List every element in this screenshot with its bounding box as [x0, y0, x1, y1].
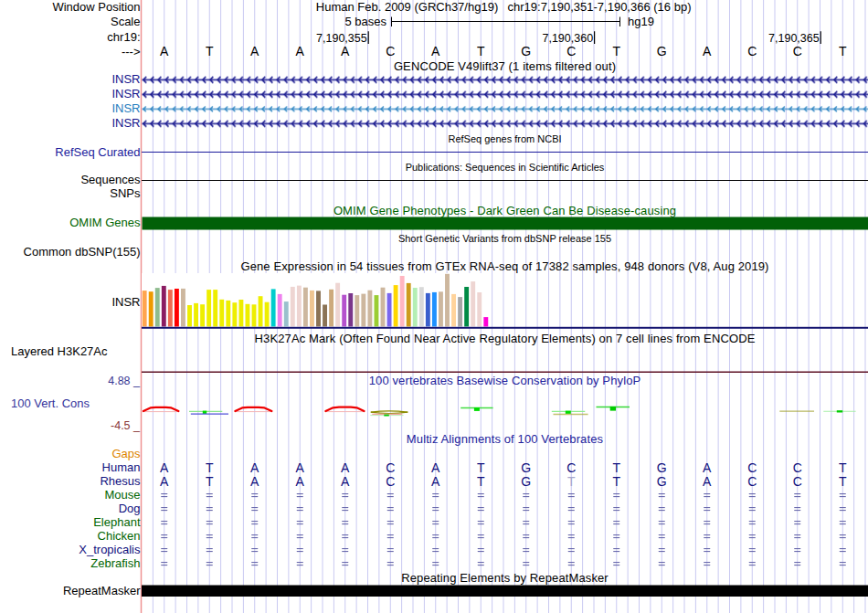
svg-text:GENCODE V49lift37 (1 items fil: GENCODE V49lift37 (1 items filtered out) — [394, 59, 616, 73]
svg-text:INSR: INSR — [111, 295, 140, 309]
svg-text:C: C — [386, 460, 395, 475]
svg-text:chr19:7,190,351-7,190,366 (16: chr19:7,190,351-7,190,366 (16 bp) — [508, 0, 692, 14]
svg-text:C: C — [386, 44, 395, 58]
svg-text:T: T — [612, 474, 620, 489]
svg-text:A: A — [431, 460, 440, 475]
svg-text:T: T — [206, 474, 214, 489]
svg-text:INSR: INSR — [111, 116, 140, 130]
svg-text:A: A — [250, 44, 259, 58]
svg-text:A: A — [296, 474, 305, 489]
svg-text:Rhesus: Rhesus — [100, 474, 141, 488]
svg-text:C: C — [386, 474, 395, 489]
svg-text:5 bases: 5 bases — [344, 15, 386, 28]
svg-text:chr19:: chr19: — [107, 30, 140, 44]
svg-text:C: C — [793, 44, 802, 58]
svg-text:C: C — [793, 460, 802, 475]
svg-text:4.88 _: 4.88 _ — [108, 375, 141, 387]
svg-text:C: C — [566, 44, 576, 58]
svg-text:A: A — [703, 474, 712, 489]
svg-text:A: A — [160, 460, 169, 475]
svg-text:T: T — [206, 44, 214, 58]
svg-text:G: G — [657, 474, 667, 489]
svg-text:T: T — [612, 44, 620, 58]
svg-text:G: G — [657, 44, 667, 58]
svg-text:INSR: INSR — [111, 72, 140, 86]
svg-text:RefSeq genes from NCBI: RefSeq genes from NCBI — [448, 133, 561, 144]
svg-text:X_tropicalis: X_tropicalis — [79, 543, 141, 556]
svg-text:A: A — [250, 460, 259, 475]
svg-text:C: C — [747, 44, 757, 58]
svg-text:100 Vert. Cons: 100 Vert. Cons — [11, 396, 90, 410]
svg-text:Sequences: Sequences — [80, 173, 141, 186]
svg-text:A: A — [431, 474, 440, 489]
svg-text:C: C — [566, 460, 576, 475]
svg-text:A: A — [341, 474, 350, 489]
svg-text:Chicken: Chicken — [98, 529, 141, 543]
svg-text:INSR: INSR — [111, 87, 140, 100]
svg-text:T: T — [567, 474, 576, 489]
svg-text:A: A — [296, 44, 305, 58]
svg-text:G: G — [521, 474, 531, 489]
svg-text:Short Genetic Variants from db: Short Genetic Variants from dbSNP releas… — [398, 233, 611, 244]
svg-text:G: G — [657, 460, 667, 475]
svg-text:G: G — [521, 460, 531, 475]
svg-text:RefSeq Curated: RefSeq Curated — [55, 145, 140, 159]
svg-text:Human Feb. 2009 (GRCh37/hg19): Human Feb. 2009 (GRCh37/hg19) — [316, 0, 498, 14]
svg-text:Mouse: Mouse — [104, 488, 140, 502]
svg-text:T: T — [477, 474, 485, 489]
svg-text:SNPs: SNPs — [110, 186, 141, 200]
svg-text:A: A — [160, 474, 169, 489]
svg-text:--->: ---> — [122, 45, 141, 58]
svg-text:T: T — [839, 460, 847, 475]
svg-text:C: C — [793, 474, 802, 489]
svg-text:T: T — [612, 460, 620, 475]
svg-text:A: A — [250, 474, 259, 489]
svg-text:OMIM Genes: OMIM Genes — [69, 216, 141, 229]
svg-text:Elephant: Elephant — [93, 515, 141, 529]
svg-text:T: T — [206, 460, 214, 475]
svg-text:Repeating Elements by RepeatMa: Repeating Elements by RepeatMasker — [401, 571, 609, 585]
svg-text:Window Position: Window Position — [52, 0, 140, 14]
svg-text:Layered H3K27Ac: Layered H3K27Ac — [11, 344, 108, 358]
svg-text:100 vertebrates Basewise Conse: 100 vertebrates Basewise Conservation by… — [369, 374, 641, 387]
svg-text:A: A — [160, 44, 169, 58]
svg-text:Gene Expression in 54 tissues: Gene Expression in 54 tissues from GTEx … — [240, 259, 768, 273]
svg-text:T: T — [839, 44, 847, 58]
svg-text:-4.5 _: -4.5 _ — [111, 419, 141, 432]
svg-text:A: A — [341, 460, 350, 475]
svg-text:G: G — [521, 44, 531, 58]
svg-text:OMIM Gene Phenotypes - Dark Gr: OMIM Gene Phenotypes - Dark Green Can Be… — [333, 204, 676, 217]
svg-text:A: A — [296, 460, 305, 475]
svg-text:T: T — [477, 460, 485, 475]
svg-text:T: T — [839, 474, 847, 489]
svg-text:A: A — [703, 460, 712, 475]
svg-text:Gaps: Gaps — [111, 447, 141, 460]
svg-text:Dog: Dog — [119, 502, 141, 515]
svg-text:C: C — [747, 460, 757, 475]
svg-text:A: A — [431, 44, 440, 58]
svg-text:hg19: hg19 — [628, 15, 654, 28]
svg-text:A: A — [341, 44, 350, 58]
svg-text:A: A — [703, 44, 712, 58]
svg-text:RepeatMasker: RepeatMasker — [63, 584, 141, 597]
svg-text:T: T — [477, 44, 485, 58]
svg-text:Multiz Alignments of 100 Verte: Multiz Alignments of 100 Vertebrates — [407, 432, 604, 446]
svg-text:INSR: INSR — [111, 101, 140, 115]
svg-text:Common dbSNP(155): Common dbSNP(155) — [24, 245, 141, 259]
svg-text:Scale: Scale — [111, 15, 141, 28]
svg-text:H3K27Ac Mark (Often Found Near: H3K27Ac Mark (Often Found Near Active Re… — [255, 332, 756, 345]
svg-text:Publications: Sequences in Sci: Publications: Sequences in Scientific Ar… — [406, 162, 605, 173]
svg-text:Zebrafish: Zebrafish — [90, 556, 140, 570]
svg-text:C: C — [747, 474, 757, 489]
svg-text:Human: Human — [102, 460, 141, 474]
